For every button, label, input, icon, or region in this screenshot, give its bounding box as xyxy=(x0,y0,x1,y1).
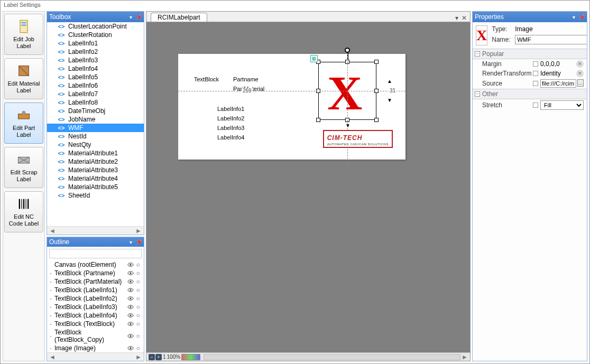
edit-material-button[interactable]: Edit Material Label xyxy=(4,58,43,99)
outline-row[interactable]: ◦TextBlock (TextBlock_Copy)○ xyxy=(47,328,144,344)
toolbox-item[interactable]: <>LabelInfo8 xyxy=(47,98,144,107)
clear-icon[interactable]: ✕ xyxy=(576,70,584,77)
outline-row[interactable]: ◦TextBlock (LabelInfo2)○ xyxy=(47,294,144,303)
outline-row[interactable]: ◦TextBlock (PartMaterial)○ xyxy=(47,277,144,286)
toolbox-item[interactable]: <>MaterialAttribute4 xyxy=(47,174,144,183)
toolbox-item[interactable]: <>LabelInfo4 xyxy=(47,64,144,73)
brand-logo[interactable]: CIM-TECH AUTOMATED CAD/CAM SOLUTIONS xyxy=(323,130,393,148)
toolbox-item[interactable]: <>LabelInfo1 xyxy=(47,39,144,48)
lock-dot-icon[interactable]: ○ xyxy=(135,269,141,277)
edit-nc-button[interactable]: Edit NC Code Label xyxy=(4,191,43,232)
toolbox-item[interactable]: <>SheetId xyxy=(47,191,144,200)
lock-dot-icon[interactable]: ○ xyxy=(135,320,141,328)
toolbox-item[interactable]: <>MaterialAttribute3 xyxy=(47,166,144,174)
expander-icon[interactable]: ◦ xyxy=(48,287,53,293)
toolbox-item[interactable]: <>LabelInfo5 xyxy=(47,73,144,81)
eye-icon[interactable] xyxy=(127,295,134,302)
edit-scrap-button[interactable]: Edit Scrap Label xyxy=(4,147,43,188)
lock-dot-icon[interactable]: ○ xyxy=(135,286,141,294)
partname-text[interactable]: Partname xyxy=(233,76,259,82)
document-tab[interactable]: RCIMLabelpart xyxy=(151,13,207,22)
view-mode-toggle[interactable] xyxy=(181,354,200,360)
outline-search[interactable] xyxy=(49,249,142,258)
toolbox-item[interactable]: <>NestId xyxy=(47,132,144,141)
eye-icon[interactable] xyxy=(127,312,134,319)
toolbox-item[interactable]: <>JobName xyxy=(47,115,144,124)
expander-icon[interactable]: ◦ xyxy=(48,321,53,327)
lock-dot-icon[interactable]: ○ xyxy=(135,332,141,340)
zoom-in-button[interactable]: + xyxy=(155,354,162,360)
expander-icon[interactable]: ◦ xyxy=(48,279,53,285)
panel-dropdown-icon[interactable]: ▾ xyxy=(130,239,132,245)
expander-icon[interactable]: ◦ xyxy=(48,304,53,310)
section-other[interactable]: − Other xyxy=(473,89,587,99)
toolbox-item[interactable]: <>LabelInfo7 xyxy=(47,90,144,98)
toolbox-item[interactable]: <>ClusterRotation xyxy=(47,31,144,39)
outline-row[interactable]: ◦TextBlock (LabelInfo1)○ xyxy=(47,286,144,294)
lock-dot-icon[interactable]: ○ xyxy=(135,303,141,311)
eye-icon[interactable] xyxy=(127,261,134,268)
pin-icon[interactable]: 📌 xyxy=(578,14,585,20)
expander-icon[interactable]: ◦ xyxy=(48,270,53,276)
outline-row[interactable]: ◦TextBlock (LabelInfo4)○ xyxy=(47,311,144,320)
eye-icon[interactable] xyxy=(127,332,134,340)
toolbox-item[interactable]: <>LabelInfo2 xyxy=(47,48,144,56)
eye-icon[interactable] xyxy=(127,303,134,311)
eye-icon[interactable] xyxy=(127,344,134,352)
pin-icon[interactable]: 📌 xyxy=(135,14,142,20)
expander-icon[interactable]: ◦ xyxy=(48,333,53,339)
toolbox-item[interactable]: <>MaterialAttribute1 xyxy=(47,149,144,157)
panel-dropdown-icon[interactable]: ▾ xyxy=(573,14,575,20)
lock-dot-icon[interactable]: ○ xyxy=(135,261,141,268)
pin-icon[interactable]: 📌 xyxy=(135,239,142,245)
section-popular[interactable]: − Popular xyxy=(473,49,587,59)
toolbox-item[interactable]: <>NestQty xyxy=(47,141,144,149)
label-sheet[interactable]: TextBlock Partname PartMaterial LabelInf… xyxy=(178,54,405,160)
scroll-right-icon[interactable]: ► xyxy=(135,227,142,235)
edit-job-button[interactable]: Edit Job Label xyxy=(4,14,43,55)
tab-close-icon[interactable]: ✕ xyxy=(462,14,467,22)
eye-icon[interactable] xyxy=(127,320,134,328)
toolbox-item[interactable]: <>LabelInfo3 xyxy=(47,56,144,64)
marker-icon[interactable] xyxy=(533,71,538,76)
lock-dot-icon[interactable]: ○ xyxy=(135,295,141,302)
labelinfo2-text[interactable]: LabelInfo2 xyxy=(217,115,244,122)
lock-dot-icon[interactable]: ○ xyxy=(135,278,141,285)
expander-icon[interactable]: ◦ xyxy=(48,346,53,351)
eye-icon[interactable] xyxy=(127,278,134,285)
outline-row[interactable]: ◦TextBlock (TextBlock)○ xyxy=(47,320,144,328)
stretch-select[interactable]: Fill xyxy=(540,100,584,110)
labelinfo4-text[interactable]: LabelInfo4 xyxy=(217,134,244,141)
collapse-icon[interactable]: − xyxy=(475,91,480,97)
scroll-right-icon[interactable]: ► xyxy=(462,353,468,361)
browse-icon[interactable]: … xyxy=(577,79,584,87)
toolbox-list[interactable]: <>ClusterLocationPoint<>ClusterRotation<… xyxy=(47,22,144,226)
clear-icon[interactable]: ✕ xyxy=(576,60,584,68)
panel-dropdown-icon[interactable]: ▾ xyxy=(130,14,132,20)
labelinfo3-text[interactable]: LabelInfo3 xyxy=(217,125,244,131)
toolbox-item[interactable]: <>LabelInfo6 xyxy=(47,81,144,90)
scroll-left-icon[interactable]: ◄ xyxy=(49,353,56,361)
edit-part-button[interactable]: Edit Part Label xyxy=(4,102,43,144)
name-input[interactable] xyxy=(515,35,587,44)
toolbox-item[interactable]: <>MaterialAttribute5 xyxy=(47,183,144,191)
outline-row[interactable]: ◦Image (Image)○ xyxy=(47,344,144,352)
collapse-icon[interactable]: − xyxy=(475,51,480,57)
labelinfo1-text[interactable]: LabelInfo1 xyxy=(217,106,244,112)
hscroll-track[interactable] xyxy=(204,354,460,360)
toolbox-item[interactable]: <>MaterialAttribute2 xyxy=(47,157,144,166)
outline-row[interactable]: ◦TextBlock (Partname)○ xyxy=(47,269,144,277)
marker-icon[interactable] xyxy=(533,61,538,67)
eye-icon[interactable] xyxy=(127,286,134,294)
source-input[interactable] xyxy=(540,79,576,88)
outline-header[interactable]: Outline ▾ 📌 xyxy=(47,237,144,247)
eye-icon[interactable] xyxy=(127,269,134,277)
outline-list[interactable]: Canvas (rootElement)○◦TextBlock (Partnam… xyxy=(47,260,144,352)
lock-dot-icon[interactable]: ○ xyxy=(135,312,141,319)
marker-icon[interactable] xyxy=(533,102,538,108)
scroll-left-icon[interactable]: ◄ xyxy=(49,227,56,235)
textblock-label[interactable]: TextBlock xyxy=(194,76,219,82)
design-canvas[interactable]: TextBlock Partname PartMaterial LabelInf… xyxy=(146,22,470,352)
toolbox-item[interactable]: <>WMF xyxy=(47,124,144,132)
toolbox-item[interactable]: <>DateTimeObj xyxy=(47,107,144,115)
